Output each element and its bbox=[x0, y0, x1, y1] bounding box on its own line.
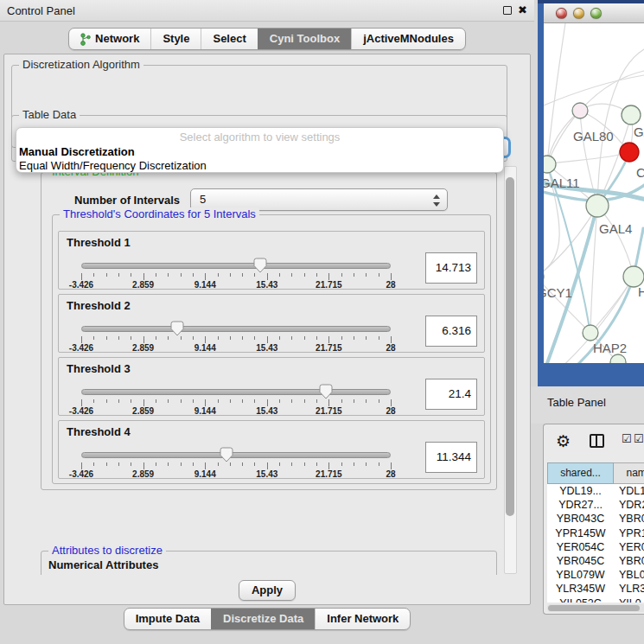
split-columns-icon[interactable] bbox=[590, 434, 604, 448]
cell-shared-name: YER054C bbox=[547, 540, 614, 554]
threshold-block: Threshold 3 -3.4262.8599.14415.4321.7152… bbox=[58, 357, 485, 416]
network-node-ga[interactable] bbox=[622, 105, 641, 124]
table-data-group-title: Table Data bbox=[19, 108, 80, 121]
table-row[interactable]: YLR345WYLR3 bbox=[547, 582, 644, 596]
tab-cyni-toolbox-label: Cyni Toolbox bbox=[270, 29, 340, 49]
threshold-value-field[interactable]: 14.713 bbox=[425, 252, 477, 284]
threshold-block: Threshold 4 -3.4262.8599.14415.4321.7152… bbox=[58, 420, 485, 479]
network-node-c[interactable] bbox=[620, 143, 639, 162]
tab-jactivemnodules-label: jActiveMNodules bbox=[363, 29, 454, 49]
tab-impute-data[interactable]: Impute Data bbox=[124, 609, 211, 629]
slider-thumb[interactable] bbox=[319, 384, 333, 399]
tab-jactivemnodules[interactable]: jActiveMNodules bbox=[351, 29, 465, 49]
table-horizontal-scrollbar[interactable] bbox=[547, 604, 644, 612]
tab-discretize-data[interactable]: Discretize Data bbox=[211, 609, 315, 629]
table-row[interactable]: YBR045CYBR0 bbox=[547, 554, 644, 568]
table-header-row: shared... name bbox=[547, 462, 644, 484]
slider-thumb[interactable] bbox=[253, 258, 267, 273]
tab-network-label: Network bbox=[95, 29, 139, 49]
tab-network[interactable]: Network bbox=[69, 29, 150, 49]
attributes-group-title: Attributes to discretize bbox=[48, 544, 166, 557]
network-node-hap2[interactable] bbox=[583, 325, 598, 341]
slider-track[interactable] bbox=[81, 326, 391, 332]
threshold-label: Threshold 4 bbox=[67, 425, 131, 438]
settings-scroll-area: Interval Definition Number of Intervals … bbox=[11, 165, 506, 575]
tab-select[interactable]: Select bbox=[201, 29, 257, 49]
table-toolbar: ⚙ ☑ ☑ bbox=[544, 430, 644, 456]
tab-impute-data-label: Impute Data bbox=[136, 609, 200, 629]
network-node-label: GAL11 bbox=[544, 175, 580, 190]
network-node-label: GCY1 bbox=[544, 285, 572, 300]
slider-track[interactable] bbox=[81, 452, 391, 458]
column-header-name[interactable]: name bbox=[614, 462, 644, 484]
network-node-label: GA bbox=[634, 124, 644, 139]
close-traffic-light-icon[interactable] bbox=[556, 8, 567, 19]
slider-thumb[interactable] bbox=[170, 321, 184, 336]
cell-name: YBR0 bbox=[614, 554, 644, 568]
network-icon bbox=[80, 33, 91, 46]
settings-vertical-scrollbar[interactable] bbox=[504, 166, 517, 574]
cell-name: YER0 bbox=[614, 540, 644, 554]
network-node-gal4[interactable] bbox=[586, 194, 609, 217]
cell-name: YBL0 bbox=[614, 568, 644, 582]
zoom-traffic-light-icon[interactable] bbox=[590, 8, 602, 19]
cyni-toolbox-panel: Discretization Algorithm Table Data galF… bbox=[3, 54, 531, 605]
gear-icon[interactable]: ⚙ bbox=[556, 431, 571, 451]
threshold-value-field[interactable]: 21.4 bbox=[425, 379, 477, 410]
cell-shared-name: YDR27... bbox=[547, 498, 614, 512]
cell-name: YIL0 bbox=[614, 596, 644, 603]
network-node-label: HAP2 bbox=[593, 341, 627, 355]
close-icon[interactable]: ✖ bbox=[518, 5, 527, 16]
slider-scale-labels: -3.4262.8599.14415.4321.71528 bbox=[81, 469, 391, 480]
slider-track[interactable] bbox=[81, 263, 391, 269]
slider-thumb[interactable] bbox=[220, 447, 233, 462]
threshold-value-field[interactable]: 6.316 bbox=[425, 316, 477, 347]
table-panel-header: Table Panel bbox=[531, 386, 644, 424]
minimize-traffic-light-icon[interactable] bbox=[573, 8, 584, 19]
control-panel-titlebar: Control Panel ✖ bbox=[0, 0, 534, 22]
cell-shared-name: YLR345W bbox=[547, 582, 614, 596]
algorithm-option-equal-width-frequency-discretization[interactable]: Equal Width/Frequency Discretization bbox=[16, 159, 503, 173]
slider-track[interactable] bbox=[81, 389, 391, 395]
table-row[interactable]: YPR145WYPR1 bbox=[547, 526, 644, 540]
threshold-label: Threshold 3 bbox=[67, 362, 131, 375]
checkbox-icon[interactable]: ☑ bbox=[622, 432, 632, 445]
tab-cyni-toolbox[interactable]: Cyni Toolbox bbox=[258, 29, 351, 49]
checkbox-icon[interactable]: ☑ bbox=[634, 432, 644, 445]
threshold-value-field[interactable]: 11.344 bbox=[425, 442, 477, 473]
table-row[interactable]: YBR043CYBR0 bbox=[547, 512, 644, 526]
algorithm-option-manual-discretization[interactable]: Manual Discretization bbox=[16, 145, 503, 159]
cell-shared-name: YPR145W bbox=[547, 526, 614, 540]
number-of-intervals-label: Number of Intervals bbox=[74, 194, 180, 207]
attributes-group: Attributes to discretize Numerical Attri… bbox=[41, 551, 497, 575]
thresholds-group-title: Threshold's Coordinates for 5 Intervals bbox=[60, 207, 259, 220]
apply-button[interactable]: Apply bbox=[239, 580, 296, 601]
table-row[interactable]: YBL079WYBL0 bbox=[547, 568, 644, 582]
algorithm-popup-hint: Select algorithm to view settings bbox=[16, 131, 503, 145]
slider-ticks bbox=[81, 272, 391, 280]
threshold-label: Threshold 2 bbox=[67, 299, 131, 312]
panel-title: Control Panel bbox=[7, 4, 75, 17]
network-node-label: C bbox=[636, 165, 644, 180]
algorithm-dropdown-popup: Select algorithm to view settingsManual … bbox=[16, 127, 504, 173]
node-table: ⚙ ☑ ☑ shared... name YDL19...YDL1YDR27..… bbox=[543, 424, 644, 615]
table-row[interactable]: YER054CYER0 bbox=[547, 540, 644, 554]
table-row[interactable]: YDL19...YDL1 bbox=[547, 484, 644, 498]
threshold-block: Threshold 1 -3.4262.8599.14415.4321.7152… bbox=[58, 231, 485, 290]
tab-infer-network-label: Infer Network bbox=[327, 609, 399, 629]
network-node-gal80[interactable] bbox=[572, 103, 588, 118]
cell-name: YDR2 bbox=[614, 498, 644, 512]
network-node[interactable] bbox=[610, 354, 626, 363]
tab-infer-network[interactable]: Infer Network bbox=[315, 609, 410, 629]
network-node-gal11[interactable] bbox=[544, 156, 556, 173]
cell-shared-name: YIL052C bbox=[547, 596, 614, 603]
network-window: GAL80GACGAL11GAL4GCY1HHAP2 bbox=[538, 0, 644, 386]
table-row[interactable]: YDR27...YDR2 bbox=[547, 498, 644, 512]
column-header-shared-name[interactable]: shared... bbox=[547, 462, 614, 484]
network-node-label: GAL80 bbox=[573, 129, 614, 143]
tab-style[interactable]: Style bbox=[150, 29, 201, 49]
cell-shared-name: YDL19... bbox=[547, 484, 614, 498]
float-icon[interactable] bbox=[503, 6, 512, 15]
network-canvas[interactable]: GAL80GACGAL11GAL4GCY1HHAP2 bbox=[544, 23, 644, 363]
table-row[interactable]: YIL052CYIL0 bbox=[547, 596, 644, 603]
